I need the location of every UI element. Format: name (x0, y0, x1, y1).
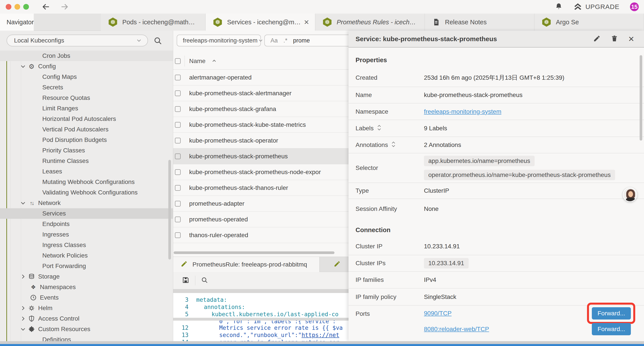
namespace-select[interactable]: freeleaps-monitoring-system (177, 34, 261, 46)
sidebar-item-config[interactable]: ⚙Config (0, 61, 173, 72)
sidebar-item-vertical-pod-autoscalers[interactable]: Vertical Pod Autoscalers (0, 124, 173, 135)
sidebar-item-leases[interactable]: Leases (0, 166, 173, 177)
sidebar-item-config-maps[interactable]: Config Maps (0, 72, 173, 82)
chevron-right-icon[interactable] (19, 305, 27, 311)
sidebar-item-ingress-classes[interactable]: Ingress Classes (0, 240, 173, 250)
sidebar-item-horizontal-pod-autoscalers[interactable]: Horizontal Pod Autoscalers (0, 114, 173, 124)
chevron-down-icon[interactable] (19, 63, 27, 69)
sidebar-item-definitions[interactable]: Definitions (0, 335, 173, 341)
tab-prometheus-rules-icecheng[interactable]: ☸Prometheus Rules - icecheng... (315, 13, 425, 31)
row-checkbox[interactable] (175, 122, 180, 128)
table-row-kube-prometheus-stack-thanos-ruler[interactable]: kube-prometheus-stack-thanos-ruler (173, 180, 348, 196)
dock-tab-2[interactable] (320, 257, 348, 272)
close-icon[interactable]: ✕ (628, 34, 634, 43)
editor-scrollbar-band[interactable] (173, 289, 348, 293)
chevron-down-icon[interactable] (19, 200, 27, 206)
expand-collapse-icon[interactable] (391, 141, 396, 149)
sidebar-item-secrets[interactable]: Secrets (0, 82, 173, 93)
sidebar-item-mutating-webhook-configurations[interactable]: Mutating Webhook Configurations (0, 177, 173, 187)
select-all-checkbox[interactable] (175, 58, 180, 64)
table-row-kube-prometheus-stack-grafana[interactable]: kube-prometheus-stack-grafana (173, 101, 348, 117)
sidebar-item-access-control[interactable]: Access Control (0, 313, 173, 324)
avatar[interactable] (623, 187, 637, 202)
table-row-kube-prometheus-stack-kube-state-metrics[interactable]: kube-prometheus-stack-kube-state-metrics (173, 117, 348, 133)
tab-pods-icecheng-mathmas[interactable]: ☸Pods - icecheng@mathmas... (101, 13, 206, 31)
chevron-down-icon[interactable] (19, 326, 27, 332)
save-icon[interactable] (182, 276, 190, 285)
search-icon[interactable] (154, 36, 162, 46)
back-arrow-icon[interactable] (42, 2, 50, 11)
forward-arrow-icon[interactable] (60, 2, 69, 11)
regex-toggle[interactable]: .* (284, 37, 287, 44)
row-checkbox[interactable] (175, 185, 180, 191)
dock-tab-prometheusrule[interactable]: PrometheusRule: freeleaps-prod-rabbitmq (173, 257, 320, 272)
sidebar-item-runtime-classes[interactable]: Runtime Classes (0, 156, 173, 166)
row-checkbox[interactable] (175, 106, 180, 112)
row-checkbox[interactable] (175, 138, 180, 143)
table-row-alertmanager-operated[interactable]: alertmanager-operated (173, 70, 348, 85)
kubeconfig-select[interactable]: Local Kubeconfigs (6, 34, 148, 46)
sidebar-item-cron-jobs[interactable]: Cron Jobs (0, 50, 173, 61)
forward-button[interactable]: Forward... (592, 307, 631, 320)
column-header-name[interactable]: Name (189, 58, 217, 65)
sidebar-item-priority-classes[interactable]: Priority Classes (0, 145, 173, 156)
maximize-window-button[interactable] (23, 4, 29, 10)
navigator-panel-tab[interactable]: Navigator (0, 13, 34, 31)
sidebar-item-resource-quotas[interactable]: Resource Quotas (0, 93, 173, 103)
sidebar-item-storage[interactable]: Storage (0, 271, 173, 282)
row-checkbox[interactable] (175, 75, 180, 80)
tab-argo-se[interactable]: ☸Argo Se (534, 13, 644, 31)
minimize-window-button[interactable] (14, 4, 20, 10)
editor-search-icon[interactable] (201, 277, 208, 285)
match-case-toggle[interactable]: Aa (270, 37, 278, 44)
port-link[interactable]: 9090/TCP (424, 310, 592, 317)
chevron-right-icon[interactable] (19, 316, 27, 322)
sidebar-item-services[interactable]: Services (0, 208, 173, 219)
expand-collapse-icon[interactable] (377, 124, 382, 132)
notifications-badge[interactable]: 15 (630, 2, 639, 11)
sidebar-item-validating-webhook-configurations[interactable]: Validating Webhook Configurations (0, 187, 173, 198)
table-horizontal-scrollbar[interactable] (174, 251, 334, 254)
table-row-prometheus-adapter[interactable]: prometheus-adapter (173, 196, 348, 212)
sidebar-item-events[interactable]: Events (0, 292, 173, 303)
sidebar-item-namespaces[interactable]: ❖Namespaces (0, 282, 173, 292)
upgrade-button[interactable]: UPGRADE (573, 2, 620, 11)
row-checkbox[interactable] (175, 201, 180, 207)
sidebar-item-network[interactable]: ↑↓Network (0, 198, 173, 208)
sidebar-item-port-forwarding[interactable]: Port Forwarding (0, 261, 173, 271)
sidebar-item-limit-ranges[interactable]: Limit Ranges (0, 103, 173, 114)
delete-trash-icon[interactable] (611, 35, 618, 43)
sidebar-scrollbar[interactable] (168, 160, 171, 260)
port-link[interactable]: 8080:reloader-web/TCP (424, 326, 592, 333)
search-input[interactable]: Aa .* prome (264, 34, 348, 46)
close-icon[interactable]: ✕ (304, 18, 309, 26)
table-row-thanos-ruler-operated[interactable]: thanos-ruler-operated (173, 227, 348, 243)
row-checkbox[interactable] (175, 169, 180, 175)
tab-release-notes[interactable]: Release Notes (425, 13, 534, 31)
yaml-editor[interactable]: 3metadata:4annotations:5kubectl.kubernet… (173, 293, 348, 341)
sidebar-item-helm[interactable]: Helm (0, 303, 173, 313)
edit-pencil-icon[interactable] (593, 35, 600, 43)
drawer-scrollbar[interactable] (640, 55, 642, 141)
sidebar-item-pod-disruption-budgets[interactable]: Pod Disruption Budgets (0, 135, 173, 145)
forward-button[interactable]: Forward... (592, 323, 631, 335)
tab-services-icecheng-math[interactable]: ☸Services - icecheng@math...✕ (206, 13, 315, 31)
sidebar-item-endpoints[interactable]: Endpoints (0, 219, 173, 229)
row-checkbox[interactable] (175, 217, 180, 222)
sidebar-item-custom-resources[interactable]: Custom Resources (0, 324, 173, 335)
table-row-prometheus-operated[interactable]: prometheus-operated (173, 212, 348, 227)
bell-icon[interactable] (555, 2, 563, 11)
namespace-link[interactable]: freeleaps-monitoring-system (424, 108, 501, 115)
editor-horizontal-scrollbar[interactable] (173, 318, 348, 321)
chevron-right-icon[interactable] (19, 274, 27, 280)
row-checkbox[interactable] (175, 153, 180, 159)
row-checkbox[interactable] (175, 90, 180, 96)
table-row-kube-prometheus-stack-prometheus[interactable]: kube-prometheus-stack-prometheus (173, 148, 348, 164)
table-row-kube-prometheus-stack-operator[interactable]: kube-prometheus-stack-operator (173, 133, 348, 148)
row-checkbox[interactable] (175, 232, 180, 238)
sidebar-item-ingresses[interactable]: Ingresses (0, 229, 173, 240)
table-row-kube-prometheus-stack-prometheus-node-expor[interactable]: kube-prometheus-stack-prometheus-node-ex… (173, 164, 348, 180)
table-row-kube-prometheus-stack-alertmanager[interactable]: kube-prometheus-stack-alertmanager (173, 85, 348, 101)
close-window-button[interactable] (6, 4, 12, 10)
sidebar-item-network-policies[interactable]: Network Policies (0, 250, 173, 261)
